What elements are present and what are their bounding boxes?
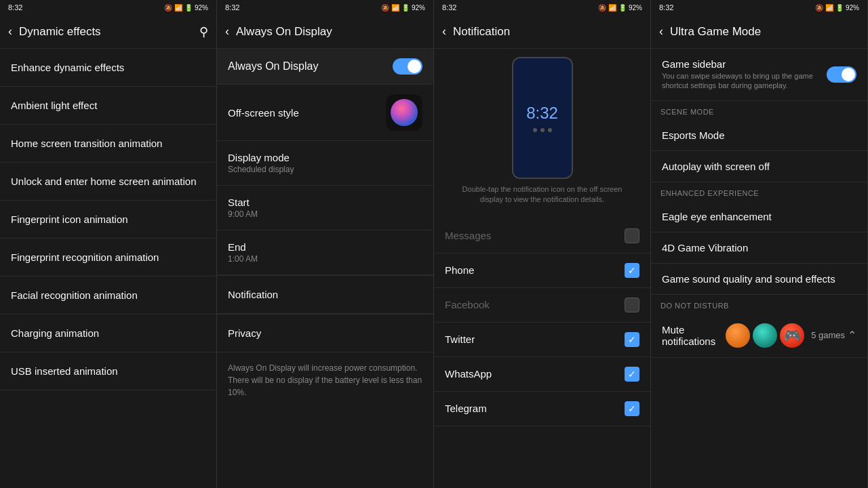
notification-hint: Double-tap the notification icon on the … [445,184,639,211]
scene-mode-label: SCENE MODE [651,101,867,120]
status-bar-3: 8:32 🔕 📶 🔋 92% [434,0,650,15]
mute-notifications-item[interactable]: Mute notifications 🎮 5 games ⌃ [651,314,867,358]
avatar-1 [726,323,750,348]
avatar-3: 🎮 [780,323,804,348]
checkbox-telegram[interactable]: ✓ [625,401,639,416]
game-avatars: 🎮 5 games ⌃ [726,323,856,348]
notif-app-whatsapp[interactable]: WhatsApp ✓ [434,357,650,392]
phone-time: 8:32 [526,104,558,123]
search-icon-1[interactable]: ⚲ [199,24,208,39]
mute-notif-title: Mute notifications [662,324,726,347]
autoplay-title: Autoplay with screen off [662,161,856,172]
page-title-4: Ultra Game Mode [670,25,859,39]
checkbox-twitter[interactable]: ✓ [625,332,639,347]
dynamic-effects-panel: 8:32 🔕 📶 🔋 92% ‹ Dynamic effects ⚲ Enhan… [0,0,217,488]
game-sidebar-toggle-knob [842,68,855,81]
game-sidebar-toggle[interactable] [827,66,856,83]
aod-header: ‹ Always On Display [217,15,433,49]
list-item-usb[interactable]: USB inserted animation [0,352,216,390]
notif-app-twitter[interactable]: Twitter ✓ [434,323,650,357]
game-mode-header: ‹ Ultra Game Mode [651,15,867,49]
game-sidebar-title: Game sidebar [662,58,827,70]
list-item-charging[interactable]: Charging animation [0,314,216,352]
time-3: 8:32 [442,3,456,12]
notif-app-messages[interactable]: Messages [434,219,650,253]
power-warning: Always On Display will increase power co… [217,352,433,408]
dot-3 [548,128,552,132]
back-button-4[interactable]: ‹ [659,24,663,39]
notif-app-facebook[interactable]: Facebook [434,288,650,323]
dot-2 [540,128,545,132]
app-name-telegram: Telegram [445,403,625,414]
autoplay-item[interactable]: Autoplay with screen off [651,151,867,182]
aod-toggle[interactable] [393,58,422,75]
privacy-label: Privacy [228,327,261,339]
esports-mode-title: Esports Mode [662,129,856,141]
status-icons-3: 🔕 📶 🔋 92% [598,4,642,12]
display-mode-value: Scheduled display [228,165,422,174]
off-screen-style-row[interactable]: Off-screen style [217,85,433,141]
back-button-1[interactable]: ‹ [8,24,12,39]
back-button-3[interactable]: ‹ [442,24,446,39]
privacy-row[interactable]: Privacy [217,314,433,352]
game-vibration-title: 4D Game Vibration [662,242,856,253]
off-screen-label: Off-screen style [228,107,299,119]
avatar-2 [753,323,777,348]
status-icons-2: 🔕 📶 🔋 92% [381,4,425,12]
list-item-fingerprint-recognition[interactable]: Fingerprint recognition animation [0,239,216,277]
lockscreen-preview: 8:32 Double-tap the notification icon on… [434,49,650,219]
list-item-unlock-animation[interactable]: Unlock and enter home screen animation [0,163,216,201]
eagle-eye-item[interactable]: Eagle eye enhancement [651,201,867,232]
list-item-enhance[interactable]: Enhance dynamic effects [0,49,216,87]
checkbox-messages[interactable] [625,228,639,243]
notif-app-phone[interactable]: Phone ✓ [434,253,650,288]
status-icons-1: 🔕 📶 🔋 92% [164,4,208,12]
page-title-3: Notification [453,25,642,39]
page-title-1: Dynamic effects [19,25,193,39]
list-item-facial-recognition[interactable]: Facial recognition animation [0,277,216,314]
toggle-knob [408,60,421,73]
game-sidebar-item[interactable]: Game sidebar You can swipe sideways to b… [651,49,867,101]
status-bar-2: 8:32 🔕 📶 🔋 92% [217,0,433,15]
dot-1 [533,128,537,132]
checkbox-whatsapp[interactable]: ✓ [625,367,639,382]
start-row[interactable]: Start 9:00 AM [217,186,433,230]
end-row[interactable]: End 1:00 AM [217,230,433,275]
phone-mockup: 8:32 [512,57,573,179]
game-sound-title: Game sound quality and sound effects [662,273,856,285]
display-mode-row[interactable]: Display mode Scheduled display [217,141,433,186]
status-bar-4: 8:32 🔕 📶 🔋 92% [651,0,867,15]
dynamic-effects-header: ‹ Dynamic effects ⚲ [0,15,216,49]
always-on-display-panel: 8:32 🔕 📶 🔋 92% ‹ Always On Display Alway… [217,0,434,488]
off-screen-thumbnail [386,94,422,131]
list-item-ambient[interactable]: Ambient light effect [0,87,216,125]
game-sidebar-sub: You can swipe sideways to bring up the g… [662,71,827,91]
end-value: 1:00 AM [228,254,422,264]
time-1: 8:32 [8,3,22,12]
time-2: 8:32 [225,3,239,12]
game-vibration-item[interactable]: 4D Game Vibration [651,232,867,264]
phone-dots [533,128,552,132]
eagle-eye-title: Eagle eye enhancement [662,211,856,222]
app-name-whatsapp: WhatsApp [445,368,625,380]
status-bar-1: 8:32 🔕 📶 🔋 92% [0,0,216,15]
app-name-facebook: Facebook [445,299,625,310]
expand-icon[interactable]: ⌃ [848,329,856,342]
aod-toggle-row[interactable]: Always On Display [217,49,433,85]
esports-mode-item[interactable]: Esports Mode [651,120,867,151]
app-name-twitter: Twitter [445,333,625,345]
list-item-home-transition[interactable]: Home screen transition animation [0,125,216,163]
notif-app-telegram[interactable]: Telegram ✓ [434,392,650,426]
end-label: End [228,241,422,253]
dynamic-effects-list: Enhance dynamic effects Ambient light ef… [0,49,216,488]
back-button-2[interactable]: ‹ [225,24,229,39]
ultra-game-mode-panel: 8:32 🔕 📶 🔋 92% ‹ Ultra Game Mode Game si… [651,0,868,488]
game-sound-item[interactable]: Game sound quality and sound effects [651,264,867,295]
checkbox-phone[interactable]: ✓ [625,263,639,278]
start-label: Start [228,197,422,208]
notification-row[interactable]: Notification [217,276,433,314]
notification-label: Notification [228,289,278,300]
list-item-fingerprint-icon[interactable]: Fingerprint icon animation [0,201,216,239]
app-name-phone: Phone [445,264,625,276]
checkbox-facebook[interactable] [625,298,639,312]
